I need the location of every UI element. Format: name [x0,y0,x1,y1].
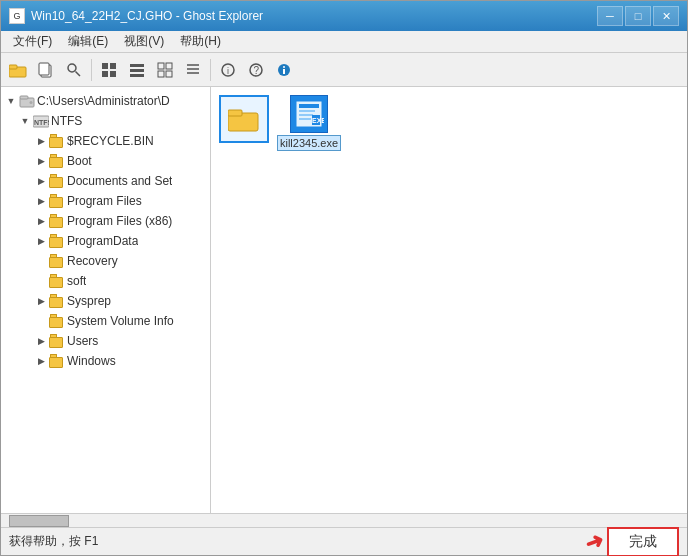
tree-node-programdata[interactable]: ▶ ProgramData [1,231,210,251]
toolbar-info[interactable]: i [215,57,241,83]
drive-icon-ntfs: NTFS [33,114,49,128]
folder-icon-programfiles86 [49,214,65,228]
toolbar-btn5[interactable] [124,57,150,83]
title-controls: ─ □ ✕ [597,6,679,26]
tree-node-programfiles86[interactable]: ▶ Program Files (x86) [1,211,210,231]
tree-label-ntfs: NTFS [51,114,82,128]
svg-rect-7 [110,63,116,69]
svg-rect-3 [39,63,49,75]
toolbar-separator-1 [91,59,92,81]
folder-icon-sysprep [49,294,65,308]
tree-label-programfiles86: Program Files (x86) [67,214,172,228]
svg-rect-9 [110,71,116,77]
menu-file[interactable]: 文件(F) [5,31,60,52]
folder-icon-users [49,334,65,348]
title-bar: G Win10_64_22H2_CJ.GHO - Ghost Explorer … [1,1,687,31]
tree-expander-ntfs[interactable]: ▼ [17,113,33,129]
drive-icon-root [19,94,35,108]
tree-label-boot: Boot [67,154,92,168]
tree-node-windows[interactable]: ▶ Windows [1,351,210,371]
close-button[interactable]: ✕ [653,6,679,26]
tree-expander-documents[interactable]: ▶ [33,173,49,189]
toolbar-separator-2 [210,59,211,81]
svg-rect-1 [9,65,17,69]
file-icon-kill2345: EXE [290,95,328,133]
folder-icon-documents [49,174,65,188]
folder-icon-recovery [49,254,65,268]
tree-label-recovery: Recovery [67,254,118,268]
maximize-button[interactable]: □ [625,6,651,26]
svg-text:EXE: EXE [312,117,324,124]
toolbar-btn7[interactable] [180,57,206,83]
toolbar-btn4[interactable] [96,57,122,83]
tree-node-programfiles[interactable]: ▶ Program Files [1,191,210,211]
menu-help[interactable]: 帮助(H) [172,31,229,52]
main-window: G Win10_64_22H2_CJ.GHO - Ghost Explorer … [0,0,688,556]
svg-rect-16 [166,71,172,77]
tree-label-programfiles: Program Files [67,194,142,208]
file-label-kill2345: kill2345.exe [277,135,341,151]
folder-icon-recycle [49,134,65,148]
tree-node-users[interactable]: ▶ Users [1,331,210,351]
tree-expander-programfiles[interactable]: ▶ [33,193,49,209]
tree-label-systemvolume: System Volume Info [67,314,174,328]
tree-node-documents[interactable]: ▶ Documents and Set [1,171,210,191]
tree-label-users: Users [67,334,98,348]
toolbar: i ? [1,53,687,87]
tree-expander-programfiles86[interactable]: ▶ [33,213,49,229]
minimize-button[interactable]: ─ [597,6,623,26]
status-bar: 获得帮助，按 F1 ➜ 完成 [1,527,687,555]
file-item-kill2345[interactable]: EXE kill2345.exe [277,95,341,151]
tree-node-soft[interactable]: ▶ soft [1,271,210,291]
svg-rect-13 [158,63,164,69]
tree-expander-boot[interactable]: ▶ [33,153,49,169]
complete-button[interactable]: 完成 [607,527,679,557]
tree-node-ntfs[interactable]: ▼ NTFS NTFS [1,111,210,131]
tree-expander-users[interactable]: ▶ [33,333,49,349]
toolbar-copy[interactable] [33,57,59,83]
toolbar-help[interactable]: ? [243,57,269,83]
tree-expander-recycle[interactable]: ▶ [33,133,49,149]
scrollbar-horizontal[interactable] [1,513,687,527]
tree-node-systemvolume[interactable]: ▶ System Volume Info [1,311,210,331]
red-arrow-icon: ➜ [581,526,607,556]
menu-bar: 文件(F) 编辑(E) 视图(V) 帮助(H) [1,31,687,53]
svg-text:?: ? [254,65,260,76]
tree-panel[interactable]: ▼ C:\Users\Administrator\D ▼ NTFS NTFS ▶… [1,87,211,513]
menu-edit[interactable]: 编辑(E) [60,31,116,52]
app-icon: G [9,8,25,24]
svg-rect-14 [166,63,172,69]
tree-label-soft: soft [67,274,86,288]
tree-node-recovery[interactable]: ▶ Recovery [1,251,210,271]
tree-node-sysprep[interactable]: ▶ Sysprep [1,291,210,311]
tree-expander-windows[interactable]: ▶ [33,353,49,369]
svg-rect-36 [299,110,315,112]
svg-rect-8 [102,71,108,77]
tree-label-recycle: $RECYCLE.BIN [67,134,154,148]
toolbar-open-folder[interactable] [5,57,31,83]
tree-expander-sysprep[interactable]: ▶ [33,293,49,309]
svg-text:i: i [227,66,229,76]
toolbar-btn6[interactable] [152,57,178,83]
folder-view-icon[interactable] [219,95,269,143]
svg-rect-37 [299,114,313,116]
scroll-thumb[interactable] [9,515,69,527]
svg-line-5 [76,71,81,76]
toolbar-search[interactable] [61,57,87,83]
svg-rect-26 [283,69,285,74]
folder-icon-programfiles [49,194,65,208]
tree-expander-root[interactable]: ▼ [3,93,19,109]
tree-root[interactable]: ▼ C:\Users\Administrator\D [1,91,210,111]
tree-node-boot[interactable]: ▶ Boot [1,151,210,171]
tree-node-recycle[interactable]: ▶ $RECYCLE.BIN [1,131,210,151]
tree-expander-programdata[interactable]: ▶ [33,233,49,249]
title-bar-left: G Win10_64_22H2_CJ.GHO - Ghost Explorer [9,8,263,24]
folder-icon-windows [49,354,65,368]
menu-view[interactable]: 视图(V) [116,31,172,52]
window-title: Win10_64_22H2_CJ.GHO - Ghost Explorer [31,9,263,23]
file-panel: EXE kill2345.exe [211,87,687,513]
svg-point-25 [283,66,285,68]
folder-icon-systemvolume [49,314,65,328]
tree-label-documents: Documents and Set [67,174,172,188]
toolbar-about[interactable] [271,57,297,83]
